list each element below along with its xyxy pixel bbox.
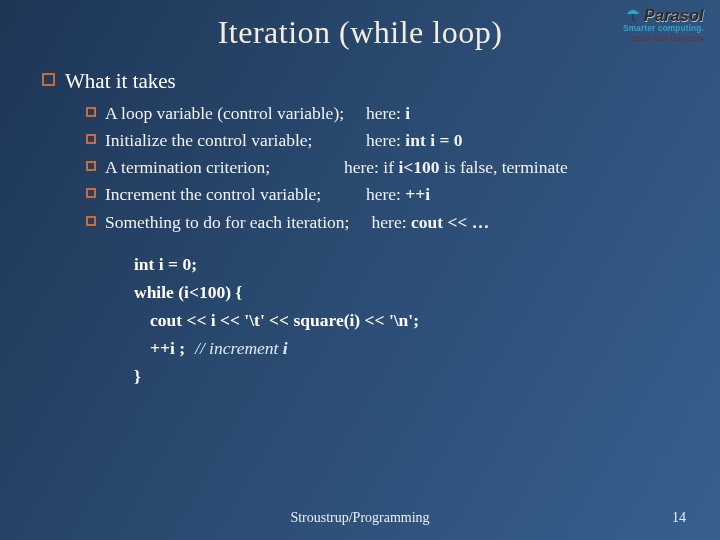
footer-text: Stroustrup/Programming — [0, 510, 720, 526]
square-bullet-icon — [86, 134, 96, 144]
slide: Parasol Smarter computing. Texas A&M Uni… — [0, 0, 720, 540]
square-bullet-icon — [86, 161, 96, 171]
slide-title: Iteration (while loop) — [44, 14, 676, 51]
item-here: here: int i = 0 — [366, 127, 463, 154]
item-text: Increment the control variable; — [105, 181, 357, 208]
parasol-umbrella-icon — [625, 8, 641, 24]
square-bullet-icon — [86, 107, 96, 117]
item-text: A loop variable (control variable); — [105, 100, 357, 127]
slide-number: 14 — [672, 510, 686, 526]
code-line: int i = 0; — [134, 250, 676, 278]
code-line: while (i<100) { — [134, 278, 676, 306]
square-bullet-icon — [42, 73, 55, 86]
item-here: here: cout << … — [358, 209, 489, 236]
item-here: here: if i<100 is false, terminate — [344, 154, 568, 181]
code-line: } — [134, 362, 676, 390]
top-bullet-text: What it takes — [65, 69, 176, 94]
list-item: Something to do for each iteration; here… — [86, 209, 676, 236]
item-text: Initialize the control variable; — [105, 127, 357, 154]
logo-brand: Parasol — [644, 8, 704, 24]
logo-university: Texas A&M University — [602, 34, 704, 43]
list-item: A termination criterion; here: if i<100 … — [86, 154, 676, 181]
parasol-logo: Parasol Smarter computing. Texas A&M Uni… — [602, 8, 704, 43]
item-here: here: i — [366, 100, 410, 127]
code-line: cout << i << '\t' << square(i) << '\n'; — [134, 306, 676, 334]
square-bullet-icon — [86, 188, 96, 198]
square-bullet-icon — [86, 216, 96, 226]
code-comment: // increment i — [185, 338, 288, 358]
logo-tagline: Smarter computing. — [602, 24, 704, 33]
item-text: A termination criterion; — [105, 154, 335, 181]
item-text: Something to do for each iteration; — [105, 209, 349, 236]
code-block: int i = 0; while (i<100) { cout << i << … — [134, 250, 676, 390]
item-here: here: ++i — [366, 181, 430, 208]
top-bullet: What it takes — [42, 69, 676, 94]
list-item: A loop variable (control variable); here… — [86, 100, 676, 127]
list-item: Increment the control variable; here: ++… — [86, 181, 676, 208]
sub-bullet-list: A loop variable (control variable); here… — [86, 100, 676, 236]
code-line: ++i ;// increment i — [134, 334, 676, 362]
list-item: Initialize the control variable; here: i… — [86, 127, 676, 154]
